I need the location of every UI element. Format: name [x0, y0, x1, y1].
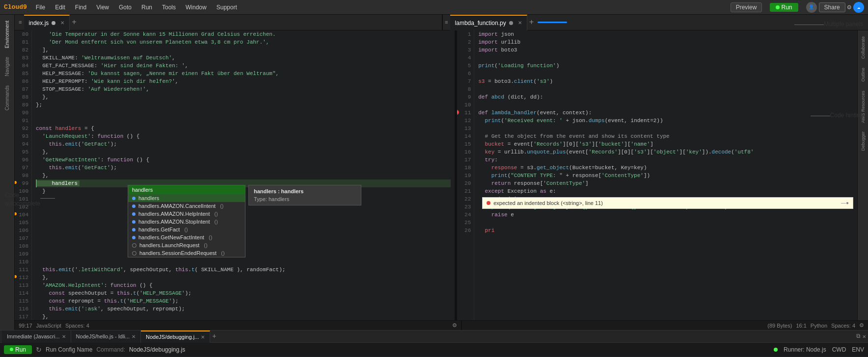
code-line: },	[36, 93, 451, 101]
ac-item-stop[interactable]: handlers.AMAZON.StopIntent ()	[128, 218, 245, 226]
autocomplete-popup[interactable]: handlers handlers handlers.AMAZON.Cancel…	[128, 185, 245, 257]
ac-item-session[interactable]: handlers.SessionEndedRequest ()	[128, 249, 245, 257]
left-line-numbers: 80 81 82 83 84 85 86 87 88 89 90 91 92 9…	[15, 30, 32, 320]
run-config-name[interactable]: Run Config Name	[46, 346, 92, 353]
code-line: # Get the object from the event and show…	[478, 132, 853, 140]
right-code-content[interactable]: import json import urllib import boto3 p…	[474, 30, 857, 320]
share-button[interactable]: Share	[819, 2, 845, 12]
run-button-bottom[interactable]: Run	[4, 345, 32, 354]
tab-menu-icon[interactable]: ≡	[19, 20, 22, 26]
error-popup: expected an indented block (<string>, li…	[482, 197, 853, 209]
tab-close-icon[interactable]: ✕	[60, 20, 64, 26]
tab-lambda-function[interactable]: lambda_function.py ✕	[450, 15, 527, 30]
tab-index-js[interactable]: index.js ✕	[24, 15, 70, 30]
btab-close[interactable]: ✕	[201, 334, 205, 340]
menu-support[interactable]: Support	[213, 3, 241, 12]
left-settings-icon[interactable]: ⚙	[452, 322, 457, 329]
ac-dot-icon	[132, 228, 136, 231]
ac-item-label: handlers.AMAZON.CancelIntent	[138, 203, 216, 209]
command-value: NodeJS/debugging.js	[129, 346, 185, 353]
run-button[interactable]: Run	[770, 3, 798, 12]
btab-debugging[interactable]: NodeJS/debugging.j... ✕	[141, 331, 210, 343]
annotation-code-hinting: Code hinting	[830, 112, 863, 119]
code-line	[478, 70, 853, 77]
right-lang: Python	[811, 323, 827, 329]
code-line: def lambda_handler(event, context):	[478, 109, 853, 117]
cwd-label[interactable]: CWD	[832, 346, 846, 353]
sidebar-item-outline[interactable]: Outline	[860, 64, 867, 86]
right-tab-close-icon[interactable]: ✕	[518, 20, 522, 26]
right-add-tab-button[interactable]: +	[529, 18, 534, 27]
ac-item-getfact[interactable]: handlers.GetFact ()	[128, 226, 245, 233]
user-avatar[interactable]: 👤	[806, 2, 817, 13]
menubar: Cloud9 File Edit Find View Goto Run Tool…	[0, 0, 868, 15]
sidebar-item-aws-resources[interactable]: AWS Resources	[860, 87, 867, 127]
code-line	[36, 109, 451, 117]
annotation-multiple-panels: Multiple panels	[824, 21, 863, 27]
settings-icon[interactable]: ⚙	[847, 3, 851, 11]
code-line: except Exception as e:	[478, 187, 853, 195]
add-console-tab[interactable]: +	[212, 332, 216, 340]
ac-info-name: handlers : handlers	[254, 188, 356, 194]
btab-close[interactable]: ✕	[62, 334, 66, 339]
code-line: 'GetNewFactIntent': function () {	[36, 156, 451, 164]
menu-edit[interactable]: Edit	[51, 3, 69, 12]
tab-modified-dot	[509, 21, 513, 25]
code-line: GET_FACT_MESSAGE: 'Hier sind deine Fakte…	[36, 62, 451, 70]
maximize-icon[interactable]: ⧉	[856, 333, 861, 340]
add-tab-button[interactable]: +	[72, 18, 77, 27]
sidebar-item-navigate[interactable]: Navigate	[3, 53, 11, 80]
menu-run[interactable]: Run	[137, 3, 156, 12]
ac-item-getnewfact[interactable]: handlers.GetNewFactIntent ()	[128, 233, 245, 241]
command-label: Command:	[96, 346, 125, 353]
editors-area: ≡ index.js ✕ + ≡ lambda_function.py ✕ +	[15, 15, 868, 330]
code-line	[478, 125, 853, 132]
code-line: };	[36, 101, 451, 109]
code-line	[36, 117, 451, 125]
code-line: bucket = event['Records'][0]['s3']['buck…	[478, 140, 853, 148]
menu-window[interactable]: Window	[182, 3, 211, 12]
autocomplete-info-panel: handlers : handlers Type: handlers	[248, 185, 361, 205]
code-line: import json	[478, 30, 853, 38]
code-line: this.emit(':ask', speechOutput, reprompt…	[36, 305, 451, 313]
ac-item-label: handlers.SessionEndedRequest	[139, 250, 217, 256]
code-line: HELP_MESSAGE: 'Du kannst sagen, „Nenne m…	[36, 70, 451, 77]
menu-find[interactable]: Find	[71, 3, 90, 12]
right-tab-menu-icon[interactable]: ≡	[445, 20, 448, 26]
code-line: 'AMAZON.HelpIntent': function () {	[36, 281, 451, 289]
close-panel-icon[interactable]: ✕	[863, 333, 866, 340]
left-cursor-pos: 99:17	[19, 323, 32, 329]
sidebar-item-commands[interactable]: Commands	[3, 81, 11, 114]
env-label[interactable]: ENV	[852, 346, 864, 353]
btab-immediate[interactable]: Immediate (Javascri... ✕	[2, 331, 71, 343]
left-code-content[interactable]: 'Die Temperatur in der Sonne kann 15 Mil…	[32, 30, 455, 320]
reload-icon[interactable]: ↻	[36, 346, 42, 354]
ac-item-launch[interactable]: handlers.LaunchRequest ()	[128, 241, 245, 249]
btab-hello[interactable]: NodeJS/hello.js - Idli... ✕	[71, 331, 141, 343]
cloud-icon[interactable]: ☁	[853, 2, 864, 13]
code-line: SKILL_NAME: 'Weltraumwissen auf Deutsch'…	[36, 54, 451, 62]
menu-file[interactable]: File	[32, 3, 49, 12]
menu-tools[interactable]: Tools	[158, 3, 180, 12]
right-cursor-pos: 16:1	[796, 323, 806, 329]
left-code-panel: 80 81 82 83 84 85 86 87 88 89 90 91 92 9…	[15, 30, 456, 320]
right-settings-icon[interactable]: ⚙	[859, 322, 864, 329]
sidebar-item-debugger[interactable]: Debugger	[860, 128, 867, 155]
preview-button[interactable]: Preview	[731, 2, 762, 12]
btab-close[interactable]: ✕	[132, 334, 136, 339]
run-dot-icon	[10, 348, 13, 351]
sidebar-item-collaborate[interactable]: Collaborate	[860, 32, 867, 63]
ac-suffix: ()	[183, 227, 188, 232]
ac-item-cancel[interactable]: handlers.AMAZON.CancelIntent ()	[128, 202, 245, 210]
menu-goto[interactable]: Goto	[115, 3, 136, 12]
ac-item-label: handlers.LaunchRequest	[139, 242, 199, 248]
right-bytes: (89 Bytes)	[767, 323, 792, 329]
error-indicator	[487, 201, 490, 205]
menu-view[interactable]: View	[92, 3, 113, 12]
code-line	[478, 219, 853, 227]
ac-item-help[interactable]: handlers.AMAZON.HelpIntent ()	[128, 210, 245, 218]
run-bar: Run ↻ Run Config Name Command: NodeJS/de…	[0, 342, 868, 356]
sidebar-item-environment[interactable]: Environment	[3, 17, 11, 52]
ac-item-handlers[interactable]: handlers	[128, 194, 245, 202]
ac-dot-icon	[132, 212, 136, 216]
